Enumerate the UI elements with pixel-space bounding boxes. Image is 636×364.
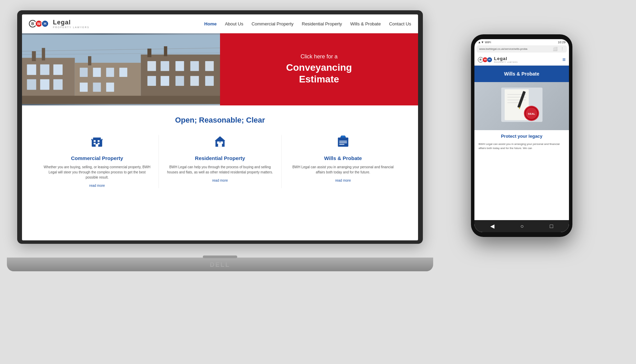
commercial-property-link[interactable]: read more	[89, 184, 105, 187]
nav-logo: B W H Legal PROPERTY LAWYERS	[29, 19, 204, 29]
service-card-residential: Residential Property BWH Legal can help …	[159, 135, 282, 188]
phone-url-bar[interactable]: www.bwhlegal.co.uk/service/wills-proba ⬜…	[476, 45, 567, 53]
phone-protect-title: Protect your legacy	[474, 130, 569, 142]
laptop: B W H Legal PROPERTY LAWYERS Home Abo	[17, 10, 423, 271]
phone-tab-icon: ⬜	[553, 47, 558, 51]
svg-rect-30	[161, 76, 169, 86]
laptop-brand-label: DELL	[210, 261, 230, 269]
svg-rect-50	[341, 136, 345, 138]
svg-rect-20	[175, 61, 184, 71]
nav-link-residential[interactable]: Residential Property	[302, 21, 342, 26]
hero-cta-small-text: Click here for a	[300, 54, 338, 60]
commercial-property-icon	[43, 135, 152, 151]
svg-rect-37	[94, 140, 96, 142]
hero-cta-large-text: ConveyancingEstimate	[286, 62, 352, 85]
svg-rect-46	[217, 141, 220, 144]
svg-rect-12	[40, 65, 50, 75]
logo-h: H	[41, 20, 49, 27]
main-content: Open; Reasonable; Clear	[22, 105, 418, 240]
svg-rect-31	[175, 76, 184, 86]
wills-probate-link[interactable]: read more	[335, 179, 351, 182]
logo-brand-name: Legal	[53, 19, 89, 26]
nav-link-home[interactable]: Home	[204, 21, 217, 26]
svg-rect-7	[42, 48, 45, 60]
phone-hero-banner: Wills & Probate	[474, 66, 569, 82]
service-card-wills: Wills & Probate BWH Legal can assist you…	[282, 135, 404, 188]
svg-rect-18	[147, 61, 156, 71]
phone-image-area: SEAL	[474, 82, 569, 130]
svg-rect-6	[32, 51, 36, 61]
nav-bar: B W H Legal PROPERTY LAWYERS Home Abo	[22, 14, 418, 33]
phone-nav: B W H Legal PROPERTY LAWYERS ≡	[474, 54, 569, 66]
logo-tagline: PROPERTY LAWYERS	[53, 26, 89, 29]
laptop-screen: B W H Legal PROPERTY LAWYERS Home Abo	[22, 14, 418, 240]
phone-logo-h: H	[487, 57, 492, 62]
phone-content: SEAL Protect your legacy BWH Legal can a…	[474, 82, 569, 220]
phone-back-button[interactable]: ◀	[490, 223, 494, 229]
residential-property-desc: BWH Legal can help you through the proce…	[166, 164, 275, 175]
nav-link-commercial[interactable]: Commercial Property	[252, 21, 294, 26]
svg-rect-33	[205, 76, 214, 86]
service-card-commercial: Commercial Property Whether you are buyi…	[36, 135, 159, 188]
svg-rect-11	[27, 65, 36, 75]
wills-probate-title: Wills & Probate	[288, 155, 397, 161]
svg-rect-8	[88, 56, 91, 66]
phone-time: 10:29	[558, 41, 566, 44]
hero-cta[interactable]: Click here for a ConveyancingEstimate	[220, 33, 418, 105]
phone-signal: ▲▼ WiFi	[478, 41, 491, 44]
residential-property-title: Residential Property	[166, 155, 275, 161]
svg-rect-27	[93, 82, 101, 92]
svg-rect-43	[102, 139, 103, 140]
residential-property-link[interactable]: read more	[212, 179, 228, 182]
hero-image	[22, 33, 220, 105]
svg-rect-52	[339, 143, 347, 143]
svg-rect-39	[94, 143, 96, 145]
phone-screen: ▲▼ WiFi 10:29 www.bwhlegal.co.uk/service…	[474, 39, 569, 232]
svg-rect-42	[91, 139, 92, 140]
nav-link-wills[interactable]: Wills & Probate	[350, 21, 381, 26]
svg-rect-36	[93, 138, 101, 140]
phone-document-image: SEAL	[501, 88, 542, 122]
services-section: Commercial Property Whether you are buyi…	[36, 135, 404, 188]
phone-brand-sub: PROPERTY LAWYERS	[494, 61, 518, 63]
phone-menu-dots: ⋮	[560, 47, 564, 51]
phone-device: ▲▼ WiFi 10:29 www.bwhlegal.co.uk/service…	[471, 34, 572, 237]
svg-rect-15	[93, 68, 101, 77]
phone-brand-name: Legal	[494, 56, 518, 61]
logo-text: Legal PROPERTY LAWYERS	[53, 19, 89, 29]
phone-url-icons: ⬜ ⋮	[553, 47, 564, 51]
svg-rect-14	[80, 68, 88, 77]
svg-rect-41	[96, 144, 99, 147]
nav-links: Home About Us Commercial Property Reside…	[204, 21, 411, 26]
phone-logo-circles: B W H	[478, 57, 491, 62]
commercial-property-desc: Whether you are buying, selling, or leas…	[43, 164, 152, 180]
svg-rect-21	[190, 61, 199, 71]
phone-hamburger-icon[interactable]: ≡	[562, 57, 566, 63]
commercial-property-title: Commercial Property	[43, 155, 152, 161]
phone-bottom-nav: ◀ ○ □	[474, 220, 569, 232]
svg-rect-24	[40, 79, 50, 90]
hero-section: Click here for a ConveyancingEstimate	[22, 33, 418, 105]
svg-rect-17	[119, 68, 127, 77]
phone-recents-button[interactable]: □	[550, 223, 553, 229]
laptop-screen-outer: B W H Legal PROPERTY LAWYERS Home Abo	[17, 10, 423, 244]
scene: B W H Legal PROPERTY LAWYERS Home Abo	[0, 0, 636, 364]
svg-rect-47	[220, 141, 223, 144]
wills-probate-desc: BWH Legal can assist you in arranging yo…	[288, 164, 397, 175]
wills-probate-icon	[288, 135, 397, 151]
svg-rect-53	[339, 144, 344, 145]
nav-link-about[interactable]: About Us	[225, 21, 243, 26]
svg-rect-22	[205, 61, 214, 71]
phone-logo-text: Legal PROPERTY LAWYERS	[494, 56, 518, 63]
phone-home-button[interactable]: ○	[520, 223, 524, 229]
svg-rect-25	[53, 79, 63, 90]
laptop-hinge	[203, 255, 237, 258]
nav-link-contact[interactable]: Contact Us	[389, 21, 411, 26]
website-tagline: Open; Reasonable; Clear	[36, 116, 404, 125]
svg-rect-26	[80, 82, 88, 92]
svg-rect-32	[190, 76, 199, 86]
logo-circles: B W H	[29, 20, 47, 27]
website: B W H Legal PROPERTY LAWYERS Home Abo	[22, 14, 418, 240]
svg-rect-16	[106, 68, 114, 77]
svg-text:SEAL: SEAL	[528, 112, 535, 115]
